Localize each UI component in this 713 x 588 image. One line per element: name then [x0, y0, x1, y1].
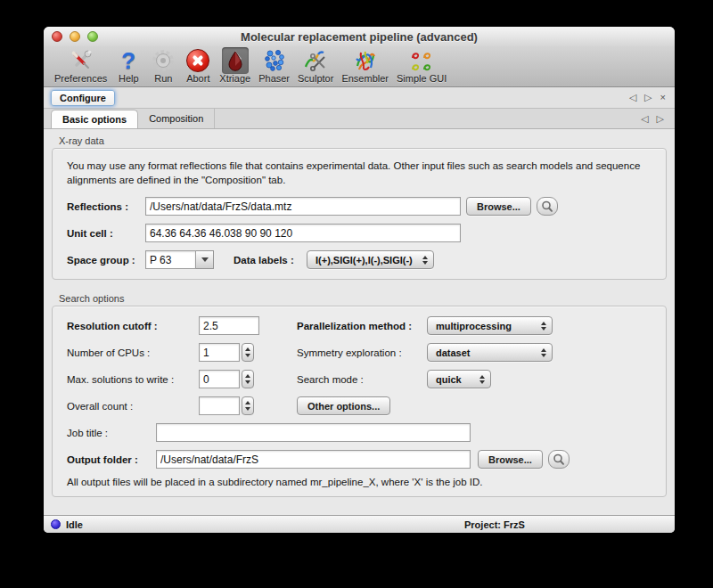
window-title: Molecular replacement pipeline (advanced… [44, 30, 675, 44]
other-options-button[interactable]: Other options... [297, 396, 390, 415]
toolbar: Preferences ? Help Run Abort [44, 46, 675, 87]
popup-arrows-icon [541, 348, 546, 357]
job-title-input[interactable] [156, 423, 471, 442]
toolbar-label: Phaser [258, 73, 290, 84]
cpus-row: Number of CPUs : Symmetry exploration : … [67, 343, 652, 362]
question-mark-icon: ? [115, 47, 142, 74]
xray-group-title: X-ray data [59, 135, 667, 146]
tools-icon [68, 47, 94, 74]
parallelization-method-popup[interactable]: multiprocessing [427, 316, 553, 335]
max-solutions-label: Max. solutions to write : [67, 374, 199, 385]
tab-configure[interactable]: Configure [51, 90, 115, 106]
abort-x-icon [184, 47, 211, 74]
toolbar-item-xtriage[interactable]: Xtriage [219, 47, 250, 84]
search-mode-value: quick [436, 374, 472, 385]
toolbar-label: Run [154, 73, 172, 84]
toolbar-label: Simple GUI [397, 73, 447, 84]
space-group-label: Space group : [67, 255, 145, 265]
toolbar-item-phaser[interactable]: Phaser [258, 47, 290, 84]
job-title-row: Job title : [67, 423, 652, 442]
nav-left-icon[interactable]: ◁ [629, 93, 636, 102]
popup-arrows-icon [541, 322, 546, 331]
popup-arrows-icon [422, 256, 428, 265]
gear-icon [150, 47, 176, 74]
status-text: Idle [66, 519, 83, 530]
cpus-stepper[interactable] [242, 343, 254, 362]
overall-count-stepper[interactable] [242, 396, 254, 415]
toolbar-item-simple-gui[interactable]: Simple GUI [397, 47, 447, 84]
symmetry-exploration-value: dataset [436, 347, 534, 358]
ribbon-grid-icon [408, 47, 435, 74]
output-folder-row: Output folder : Browse... [67, 450, 652, 469]
toolbar-item-ensembler[interactable]: Ensembler [341, 47, 389, 84]
unit-cell-label: Unit cell : [67, 228, 145, 239]
number-of-cpus-label: Number of CPUs : [67, 347, 199, 358]
output-folder-label: Output folder : [67, 454, 156, 465]
droplet-icon [222, 47, 249, 74]
tab-strip: Basic options Composition ◁ ▷ [44, 109, 675, 129]
xray-description: You may use any format reflections file … [67, 159, 644, 187]
output-search-icon[interactable] [548, 450, 570, 469]
overall-count-input[interactable] [199, 396, 240, 415]
space-group-input[interactable] [145, 250, 196, 269]
output-note: All output files will be placed in a sub… [67, 477, 652, 487]
reflections-label: Reflections : [67, 201, 145, 212]
toolbar-label: Abort [186, 73, 209, 84]
space-group-combobox[interactable] [145, 250, 214, 269]
toolbar-item-help[interactable]: ? Help [115, 47, 142, 84]
parallelization-method-value: multiprocessing [436, 321, 534, 331]
title-bar: Molecular replacement pipeline (advanced… [44, 27, 675, 46]
reflections-browse-button[interactable]: Browse... [466, 197, 531, 216]
nav-right-icon[interactable]: ▷ [644, 93, 652, 102]
unit-cell-input[interactable] [145, 224, 461, 242]
toolbar-label: Ensembler [341, 73, 389, 84]
unit-cell-row: Unit cell : [67, 224, 652, 242]
max-solutions-input[interactable] [199, 370, 240, 388]
overall-count-row: Overall count : Other options... [67, 396, 652, 415]
symmetry-exploration-popup[interactable]: dataset [427, 343, 553, 362]
overall-count-label: Overall count : [67, 401, 199, 412]
reflections-input[interactable] [145, 197, 461, 216]
toolbar-label: Sculptor [298, 73, 333, 84]
toolbar-label: Xtriage [219, 73, 250, 84]
tab-nav-left-icon[interactable]: ◁ [641, 114, 648, 124]
toolbar-item-preferences[interactable]: Preferences [54, 47, 107, 84]
close-tab-icon[interactable]: × [660, 93, 666, 102]
molecule-icon [261, 47, 288, 74]
reflections-search-icon[interactable] [537, 197, 558, 216]
toolbar-label: Help [119, 73, 139, 84]
tab-composition[interactable]: Composition [138, 109, 215, 128]
status-bar: Idle Project: FrzS [44, 515, 675, 533]
app-window: Molecular replacement pipeline (advanced… [44, 27, 675, 533]
data-labels-popup[interactable]: I(+),SIGI(+),I(-),SIGI(-) [307, 250, 434, 269]
scissors-icon [302, 47, 329, 74]
tab-nav-right-icon[interactable]: ▷ [657, 114, 664, 124]
space-group-dropdown-icon[interactable] [196, 250, 214, 269]
status-indicator-icon [51, 519, 61, 529]
toolbar-item-run[interactable]: Run [150, 47, 176, 84]
protein-bundle-icon [352, 47, 379, 74]
space-group-row: Space group : Data labels : I(+),SIGI(+)… [67, 250, 652, 269]
output-folder-input[interactable] [156, 450, 471, 469]
search-options-group: Resolution cutoff : Parallelization meth… [52, 306, 667, 497]
symmetry-exploration-label: Symmetry exploration : [297, 347, 427, 358]
toolbar-label: Preferences [54, 73, 107, 84]
data-labels-value: I(+),SIGI(+),I(-),SIGI(-) [316, 255, 415, 265]
xray-group: You may use any format reflections file … [52, 148, 667, 280]
resolution-cutoff-input[interactable] [199, 316, 259, 335]
search-mode-popup[interactable]: quick [427, 370, 491, 388]
output-browse-button[interactable]: Browse... [478, 450, 543, 469]
main-panel: X-ray data You may use any format reflec… [44, 129, 675, 497]
popup-arrows-icon [479, 375, 485, 384]
document-tab-row: Configure ◁ ▷ × [44, 87, 675, 109]
job-title-label: Job title : [67, 428, 156, 438]
tab-basic-options[interactable]: Basic options [51, 110, 138, 128]
number-of-cpus-input[interactable] [199, 343, 240, 362]
max-solutions-stepper[interactable] [242, 370, 254, 388]
search-mode-label: Search mode : [297, 374, 427, 385]
toolbar-item-abort[interactable]: Abort [184, 47, 211, 84]
resolution-row: Resolution cutoff : Parallelization meth… [67, 316, 652, 335]
project-label: Project: FrzS [464, 519, 525, 530]
toolbar-item-sculptor[interactable]: Sculptor [298, 47, 333, 84]
reflections-row: Reflections : Browse... [67, 197, 652, 216]
